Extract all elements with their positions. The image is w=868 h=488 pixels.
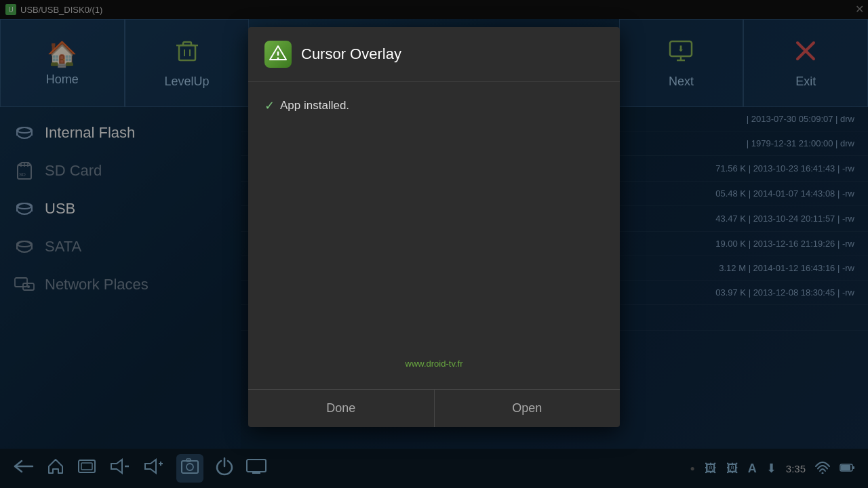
check-icon: ✓ [264, 98, 275, 113]
dialog-body: ✓ App installed. www.droid-tv.fr [248, 82, 620, 389]
open-button[interactable]: Open [435, 390, 620, 427]
dialog-status: ✓ App installed. [264, 98, 604, 113]
dialog-header: Cursor Overlay [248, 27, 620, 82]
dialog-overlay: Cursor Overlay ✓ App installed. www.droi… [0, 0, 868, 488]
dialog-footer: Done Open [248, 389, 620, 427]
dialog-app-icon [264, 41, 292, 68]
cursor-overlay-dialog: Cursor Overlay ✓ App installed. www.droi… [248, 27, 620, 427]
dialog-status-text: App installed. [280, 99, 349, 113]
dialog-title: Cursor Overlay [301, 45, 401, 63]
done-button[interactable]: Done [248, 390, 434, 427]
svg-point-49 [277, 58, 279, 60]
dialog-watermark: www.droid-tv.fr [406, 359, 463, 369]
